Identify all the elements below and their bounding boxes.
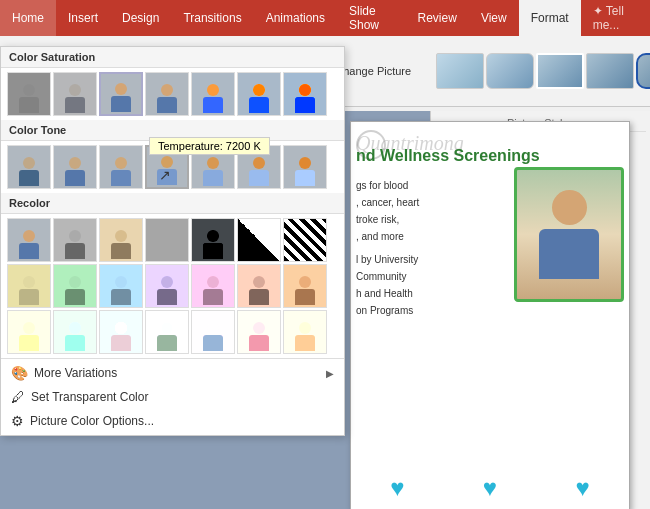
body-line-5: l by University (356, 251, 504, 268)
person-head (552, 190, 587, 225)
recolor-accent3[interactable] (99, 264, 143, 308)
slide: Quantrimong nd Wellness Screenings gs fo… (350, 121, 630, 509)
recolor-sepia[interactable] (99, 218, 143, 262)
more-variations-item[interactable]: 🎨 More Variations ▶ (1, 361, 344, 385)
recolor-lt6[interactable] (237, 310, 281, 354)
tone-item-6[interactable] (283, 145, 327, 189)
tab-format[interactable]: Format (519, 0, 581, 36)
recolor-accent2[interactable] (53, 264, 97, 308)
style-thumb-2[interactable] (486, 53, 534, 89)
recolor-grid (1, 214, 344, 358)
color-saturation-label: Color Saturation (1, 47, 344, 68)
sat-item-2[interactable] (99, 72, 143, 116)
set-transparent-item[interactable]: 🖊 Set Transparent Color (1, 385, 344, 409)
tab-design[interactable]: Design (110, 0, 171, 36)
recolor-accent6[interactable] (237, 264, 281, 308)
color-tone-grid: Temperature: 7200 K ↗ (1, 141, 344, 193)
body-line-4: , and more (356, 228, 504, 245)
tab-home[interactable]: Home (0, 0, 56, 36)
slide-photo (514, 167, 624, 302)
tab-insert[interactable]: Insert (56, 0, 110, 36)
picture-color-options-label: Picture Color Options... (30, 414, 154, 428)
dropdown-footer: 🎨 More Variations ▶ 🖊 Set Transparent Co… (1, 358, 344, 435)
tab-review[interactable]: Review (406, 0, 469, 36)
recolor-lt3[interactable] (99, 310, 143, 354)
slide-icon-2: ♥ (483, 474, 497, 502)
slide-icon-3: ♥ (576, 474, 590, 502)
more-variations-label: More Variations (34, 366, 117, 380)
photo-person (517, 170, 621, 299)
recolor-lt2[interactable] (53, 310, 97, 354)
tab-transitions[interactable]: Transitions (171, 0, 253, 36)
body-line-6: Community (356, 268, 504, 285)
recolor-accent1[interactable] (7, 264, 51, 308)
recolor-lt7[interactable] (283, 310, 327, 354)
recolor-washout[interactable] (145, 218, 189, 262)
color-tone-label: Color Tone (1, 120, 344, 141)
set-transparent-label: Set Transparent Color (31, 390, 148, 404)
recolor-lt1[interactable] (7, 310, 51, 354)
tone-item-4[interactable] (191, 145, 235, 189)
style-thumb-3[interactable] (536, 53, 584, 89)
tone-item-2[interactable] (99, 145, 143, 189)
style-thumb-1[interactable] (436, 53, 484, 89)
body-line-8: on Programs (356, 302, 504, 319)
sat-item-1[interactable] (53, 72, 97, 116)
recolor-grayscale[interactable] (53, 218, 97, 262)
recolor-black[interactable] (191, 218, 235, 262)
recolor-accent7[interactable] (283, 264, 327, 308)
slide-icons-row: ♥ ♥ ♥ (351, 474, 629, 502)
tab-animations[interactable]: Animations (254, 0, 337, 36)
recolor-none[interactable] (7, 218, 51, 262)
recolor-label: Recolor (1, 193, 344, 214)
tone-item-3[interactable] (145, 145, 189, 189)
slide-title: nd Wellness Screenings (356, 147, 624, 165)
change-label: Change Picture (335, 65, 411, 77)
sat-item-4[interactable] (191, 72, 235, 116)
more-variations-arrow: ▶ (326, 368, 334, 379)
tone-item-5[interactable] (237, 145, 281, 189)
recolor-bw2[interactable] (237, 218, 281, 262)
ribbon-tab-bar: Home Insert Design Transitions Animation… (0, 0, 650, 36)
picture-styles-row: ▲ ▼ ▿ (436, 53, 650, 89)
body-line-1: gs for blood (356, 177, 504, 194)
recolor-lt4[interactable] (145, 310, 189, 354)
sat-item-5[interactable] (237, 72, 281, 116)
color-saturation-grid (1, 68, 344, 120)
tone-item-0[interactable] (7, 145, 51, 189)
body-line-3: troke risk, (356, 211, 504, 228)
style-thumb-4[interactable] (586, 53, 634, 89)
picture-color-options-item[interactable]: ⚙ Picture Color Options... (1, 409, 344, 433)
body-line-7: h and Health (356, 285, 504, 302)
tab-tell-me[interactable]: ✦ Tell me... (581, 0, 650, 36)
tone-item-1[interactable] (53, 145, 97, 189)
tab-slideshow[interactable]: Slide Show (337, 0, 406, 36)
slide-icon-1: ♥ (390, 474, 404, 502)
style-thumb-5[interactable] (636, 53, 650, 89)
sat-item-0[interactable] (7, 72, 51, 116)
body-line-2: , cancer, heart (356, 194, 504, 211)
tab-view[interactable]: View (469, 0, 519, 36)
sat-item-6[interactable] (283, 72, 327, 116)
slide-body: gs for blood , cancer, heart troke risk,… (356, 177, 504, 319)
recolor-bw3[interactable] (283, 218, 327, 262)
color-dropdown-panel: Color Saturation Color Tone Temperature:… (0, 46, 345, 436)
person-body (539, 229, 599, 279)
recolor-accent5[interactable] (191, 264, 235, 308)
sat-item-3[interactable] (145, 72, 189, 116)
recolor-accent4[interactable] (145, 264, 189, 308)
recolor-lt5[interactable] (191, 310, 235, 354)
